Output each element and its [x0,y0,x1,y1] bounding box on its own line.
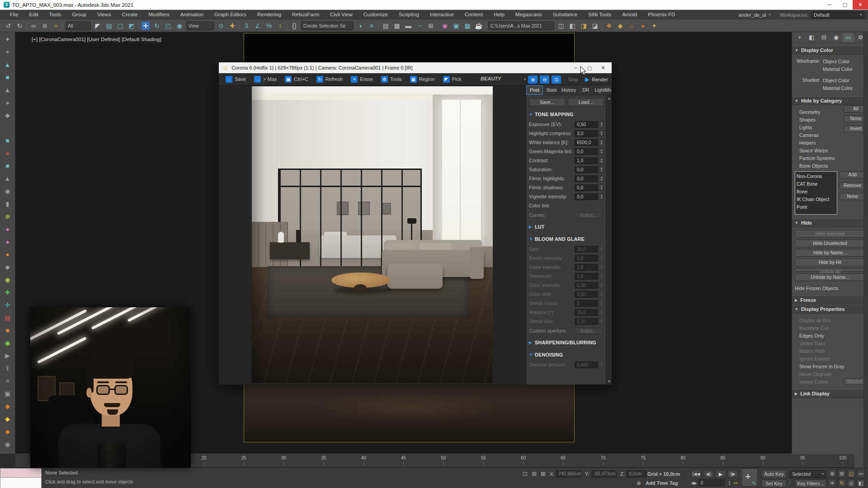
menu-item[interactable]: Phoenix FD [642,10,680,19]
command-panel-tab[interactable]: ◧ [806,33,817,42]
plugin-tool-icon[interactable]: ● [4,150,11,157]
maxscript-mini-listener[interactable] [0,478,42,488]
menu-item[interactable]: Animation [175,10,209,19]
parameter-value-field[interactable]: 0,0 [575,148,598,155]
plugin-tool-icon[interactable]: ◆ [4,403,11,410]
vfb-stop-button[interactable]: Stop [568,77,578,82]
hide-button[interactable]: Hide by Name... [795,249,865,257]
hide-button[interactable]: Hide Selected [795,230,865,238]
toolbar-item[interactable]: ↻ [15,21,24,30]
plugin-tool-icon[interactable]: ● [4,99,11,107]
scroll-down-icon[interactable]: ▼ [606,379,612,385]
tone-mapping-header[interactable]: ▼ TONE MAPPING [529,109,604,120]
vertex-colors-checkbox[interactable]: Vertex Colors [799,378,828,385]
plugin-tool-icon[interactable]: ◉ [4,441,11,448]
toolbar-item[interactable] [26,22,27,30]
toolbar-item[interactable]: ⌂ [627,21,636,30]
menu-item[interactable]: Megascans [510,10,547,19]
toolbar-item[interactable]: ▦ [463,21,472,30]
category-checkbox[interactable]: Helpers [799,139,865,146]
vfb-panel-tab[interactable]: History [561,85,578,95]
parameter-value-field[interactable]: 0,50 [575,291,598,298]
playback-button[interactable]: ▶ [715,470,726,478]
add-time-tag[interactable]: Add Time Tag [646,480,678,486]
toolbar-item[interactable] [438,22,438,30]
toolbar-item[interactable]: ◫ [557,21,566,30]
menu-item[interactable]: Help [488,10,510,19]
plugin-tool-icon[interactable]: ● [4,251,11,258]
plugin-tool-icon[interactable]: ✖ [4,453,11,454]
spinner-control[interactable]: ▲▼ [599,255,604,261]
vfb-panel-scrollbar[interactable]: ▲ ▼ [606,95,612,385]
menu-item[interactable]: Substance [547,10,583,19]
category-checkbox[interactable]: Space Warps [799,146,865,154]
menu-item[interactable]: File [5,10,24,19]
display-color-rollout[interactable]: ▼Display Color [792,46,868,55]
toolbar-item[interactable]: ❖ [604,21,613,30]
list-button[interactable]: Remove [840,182,865,189]
toolbar-item[interactable]: ☕ [474,21,483,30]
vfb-toolbar-button[interactable]: × Erase [348,75,376,84]
sharpening-header[interactable]: ▶ SHARPENING/BLURRING [529,337,604,348]
command-panel-tab[interactable]: + [794,33,805,42]
menu-item[interactable]: Views [92,10,116,19]
command-panel-tab[interactable]: ▭ [843,33,854,42]
toolbar-item[interactable]: ◉ [440,21,449,30]
spinner-control[interactable]: ▲▼ [599,122,604,127]
vfb-zoom-out-button[interactable]: ⊖ [540,75,549,84]
create-key-plus-button[interactable]: + ✎ [741,469,758,487]
spinner-control[interactable]: ▲▼ [599,140,604,145]
toolbar-item[interactable]: ◩ [127,21,136,30]
toolbar-item[interactable]: ↕ [276,21,285,30]
list-button[interactable]: None [840,193,865,200]
aperture-editor-button[interactable]: Editor... [575,328,603,334]
toolbar-item[interactable]: ∞ [29,21,38,30]
plugin-tool-icon[interactable]: ◉ [4,276,11,284]
vfb-toolbar-button[interactable]: ↻ Refresh [313,75,346,84]
spinner-control[interactable]: ▲▼ [599,300,604,306]
list-item[interactable]: Non-Corona [797,173,835,180]
auto-key-button[interactable]: Auto Key [761,470,787,478]
toolbar-item[interactable] [287,22,288,30]
plugin-tool-icon[interactable]: ■ [4,74,11,81]
toolbar-item[interactable]: C:\Users\A...s Max 2021 [488,21,554,30]
display-property-checkbox[interactable]: Backface Cull [799,324,865,332]
spinner-control[interactable]: ▲▼ [599,131,604,136]
plugin-tool-icon[interactable]: ● [4,124,11,132]
viewport-nav-icon[interactable]: ⊕ [828,469,836,478]
frame-spinner[interactable]: ▲▼ [727,480,732,486]
parameter-value-field[interactable]: 0,650 [575,361,598,368]
parameter-value-field[interactable]: 0,0 [575,193,598,200]
vfb-toolbar-button[interactable]: ↓ Save [222,75,249,84]
display-property-checkbox[interactable]: Vertex Ticks [799,339,865,347]
post-load-button[interactable]: Load... [568,98,604,106]
parameter-value-field[interactable]: 0,0 [575,175,598,182]
display-property-checkbox[interactable]: Motion Path [799,347,865,355]
hide-by-category-rollout[interactable]: ▼Hide by Category [792,96,868,105]
toolbar-item[interactable]: ▤ [104,21,113,30]
toolbar-item[interactable]: ≡ [367,21,376,30]
toolbar-item[interactable]: ▦ [392,21,401,30]
hide-rollout[interactable]: ▼Hide [792,218,868,227]
toolbar-item[interactable]: {} [290,21,299,30]
toolbar-item[interactable] [138,22,139,30]
vfb-panel-tab[interactable]: Post [526,85,543,95]
set-key-filter-icon[interactable]: ∕ [789,480,790,485]
link-display-rollout[interactable]: ▶Link Display [792,389,868,398]
menu-item[interactable]: Scripting [393,10,425,19]
parameter-value-field[interactable]: 0,30 [575,282,598,289]
curves-editor-button[interactable]: Editor... [575,212,603,219]
vfb-toolbar-button[interactable]: ◤ Pick [440,75,465,84]
toolbar-item[interactable]: ◆ [616,21,625,30]
radio-option[interactable]: Object Color [823,76,853,84]
toolbar-item[interactable]: ▣ [452,21,461,30]
plugin-tool-icon[interactable]: ✦ [4,36,11,43]
plugin-tool-icon[interactable]: ◆ [4,112,11,119]
plugin-tool-icon[interactable]: ✛ [4,301,11,309]
toolbar-item[interactable]: ◑ [356,21,365,30]
vfb-panel-tab[interactable]: Stats [543,85,561,95]
toolbar-item[interactable]: ● [638,21,647,30]
plugin-tool-icon[interactable]: ◆ [4,428,11,436]
plugin-tool-icon[interactable]: ■ [4,162,11,170]
toolbar-item[interactable]: ▬ [404,21,413,30]
